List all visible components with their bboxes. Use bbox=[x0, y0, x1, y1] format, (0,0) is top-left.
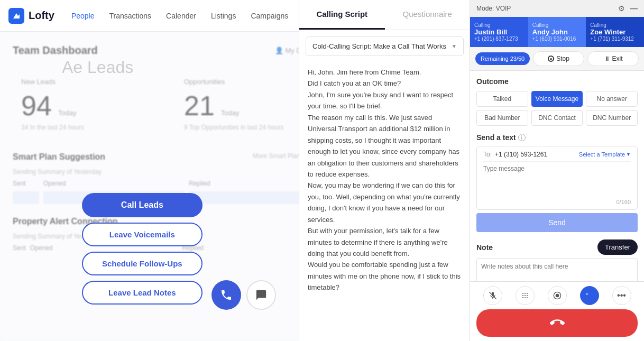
popup-menu: Call Leads Leave Voicemails Schedule Fol… bbox=[82, 193, 203, 305]
char-count: 0/160 bbox=[483, 199, 631, 205]
outcome-voice-message[interactable]: Voice Message bbox=[531, 91, 583, 107]
phone-icon bbox=[220, 289, 233, 301]
caller-name-1: Justin Bill bbox=[474, 28, 524, 36]
pause-icon: ⏸ bbox=[604, 55, 610, 62]
script-line-3: John, I'm sure you're busy and I want to… bbox=[308, 89, 462, 112]
script-line-2: Did I catch you at an OK time? bbox=[308, 78, 462, 89]
minimize-icon[interactable]: — bbox=[630, 4, 638, 13]
svg-point-8 bbox=[525, 297, 526, 298]
hold-button[interactable]: " bbox=[580, 286, 599, 305]
chat-icon bbox=[255, 289, 267, 301]
svg-point-2 bbox=[525, 293, 526, 294]
opportunities-today: Today bbox=[221, 109, 240, 117]
smart-plan-sending: Sending Summary of Yesterday bbox=[13, 168, 330, 176]
caller-name-3: Zoe Winter bbox=[590, 28, 640, 36]
chevron-down-icon-template: ▼ bbox=[626, 152, 631, 157]
caller-status-1: Calling bbox=[474, 22, 524, 28]
outcome-dnc-number[interactable]: DNC Number bbox=[586, 110, 638, 126]
caller-card-zoe[interactable]: Calling Zoe Winter +1 (701) 311-9312 bbox=[586, 17, 644, 47]
nav-link-campaigns[interactable]: Campaigns bbox=[251, 12, 288, 20]
svg-point-3 bbox=[527, 293, 528, 294]
new-leads-sub: 34 In the last 24 hours bbox=[21, 124, 159, 131]
script-panel: Calling Script Questionnaire Cold-Callin… bbox=[299, 0, 471, 341]
schedule-follow-ups-button[interactable]: Schedule Follow-Ups bbox=[82, 252, 203, 275]
template-select-label[interactable]: Select a Template bbox=[579, 151, 625, 158]
voip-panel: Mode: VOIP ⚙ — Calling Justin Bill +1 (2… bbox=[470, 0, 644, 341]
script-tabs: Calling Script Questionnaire bbox=[299, 0, 470, 30]
tab-calling-script[interactable]: Calling Script bbox=[299, 0, 385, 30]
tab-questionnaire[interactable]: Questionnaire bbox=[385, 0, 471, 30]
new-leads-value: 94 bbox=[21, 90, 52, 122]
outcome-section: Outcome Talked Voice Message No answer B… bbox=[476, 77, 638, 126]
nav-link-transactions[interactable]: Transactions bbox=[109, 12, 151, 20]
caller-status-2: Calling bbox=[532, 22, 582, 28]
chevron-down-icon: ▼ bbox=[452, 43, 457, 49]
leave-lead-notes-button[interactable]: Leave Lead Notes bbox=[82, 281, 203, 305]
send-text-section: Send a text i To: +1 (310) 593-1261 Sele… bbox=[476, 133, 638, 232]
svg-point-7 bbox=[522, 297, 523, 298]
phone-button[interactable] bbox=[211, 280, 241, 310]
phone-area bbox=[211, 280, 276, 310]
ae-leads-label: Ae Leads bbox=[62, 58, 133, 77]
mute-icon bbox=[489, 291, 497, 300]
end-call-icon bbox=[550, 316, 565, 330]
script-line-4: The reason my call is this. We just save… bbox=[308, 112, 462, 180]
record-button[interactable] bbox=[548, 286, 567, 305]
hold-icon: " bbox=[585, 291, 594, 300]
caller-phone-3: +1 (701) 311-9312 bbox=[590, 36, 640, 42]
svg-point-6 bbox=[527, 295, 528, 296]
note-title: Note bbox=[476, 243, 493, 252]
script-dropdown[interactable]: Cold-Calling Script: Make a Call That Wo… bbox=[306, 36, 464, 56]
message-textarea[interactable] bbox=[483, 165, 631, 197]
transfer-button[interactable]: Transfer bbox=[597, 239, 638, 255]
smart-plan-title: Smart Plan Suggestion bbox=[13, 152, 105, 162]
outcome-dnc-contact[interactable]: DNC Contact bbox=[531, 110, 583, 126]
outcome-title: Outcome bbox=[476, 77, 638, 86]
caller-status-3: Calling bbox=[590, 22, 640, 28]
record-icon bbox=[553, 291, 562, 300]
caller-card-andy[interactable]: Calling Andy John +1 (610) 901-0016 bbox=[528, 17, 586, 47]
script-line-7: Would you be comfortable spending just a… bbox=[308, 259, 462, 293]
mute-button[interactable] bbox=[483, 286, 502, 305]
script-line-6: But with your permission, let's talk for… bbox=[308, 225, 462, 259]
voip-mode-label: Mode: VOIP bbox=[476, 5, 511, 12]
logo-icon bbox=[8, 8, 24, 24]
voip-controls: Remaining 23/50 ● Stop ⏸ Exit bbox=[470, 47, 644, 71]
send-button[interactable]: Send bbox=[476, 213, 638, 232]
callers-row: Calling Justin Bill +1 (201) 837-1273 Ca… bbox=[470, 17, 644, 47]
caller-card-justin[interactable]: Calling Justin Bill +1 (201) 837-1273 bbox=[470, 17, 528, 47]
new-leads-label: New Leads bbox=[21, 78, 159, 86]
nav-logo: Lofty bbox=[8, 8, 54, 24]
voip-header: Mode: VOIP ⚙ — bbox=[470, 0, 644, 17]
exit-button[interactable]: ⏸ Exit bbox=[587, 51, 639, 66]
voip-footer: " ••• bbox=[470, 281, 644, 341]
outcome-talked[interactable]: Talked bbox=[476, 91, 528, 107]
settings-icon[interactable]: ⚙ bbox=[618, 4, 625, 13]
send-text-title: Send a text bbox=[476, 133, 516, 142]
more-button[interactable]: ••• bbox=[612, 286, 631, 305]
script-body: Hi, John. Jim here from Chime Team. Did … bbox=[299, 62, 470, 341]
stop-button[interactable]: ● Stop bbox=[533, 51, 584, 66]
stop-circle-icon: ● bbox=[548, 56, 554, 62]
caller-phone-2: +1 (610) 901-0016 bbox=[532, 36, 582, 42]
leave-voicemails-button[interactable]: Leave Voicemails bbox=[82, 223, 203, 246]
note-section: Note Transfer bbox=[476, 239, 638, 281]
new-leads-today: Today bbox=[58, 109, 77, 117]
note-textarea[interactable] bbox=[476, 258, 638, 281]
keypad-button[interactable] bbox=[516, 286, 535, 305]
voip-icons-row: " ••• bbox=[476, 286, 638, 305]
end-call-button[interactable] bbox=[476, 309, 638, 337]
caller-name-2: Andy John bbox=[532, 28, 582, 36]
nav-link-listings[interactable]: Listings bbox=[211, 12, 236, 20]
script-line-1: Hi, John. Jim here from Chime Team. bbox=[308, 67, 462, 78]
svg-text:": " bbox=[586, 292, 588, 299]
call-leads-button[interactable]: Call Leads bbox=[82, 193, 203, 217]
to-number: +1 (310) 593-1261 bbox=[495, 151, 547, 158]
chat-button[interactable] bbox=[246, 280, 276, 310]
remaining-badge[interactable]: Remaining 23/50 bbox=[475, 52, 530, 65]
outcome-no-answer[interactable]: No answer bbox=[586, 91, 638, 107]
outcome-bad-number[interactable]: Bad Number bbox=[476, 110, 528, 126]
nav-link-people[interactable]: People bbox=[71, 12, 95, 20]
dashboard-title: Team Dashboard bbox=[13, 44, 98, 57]
nav-link-calender[interactable]: Calender bbox=[166, 12, 196, 20]
